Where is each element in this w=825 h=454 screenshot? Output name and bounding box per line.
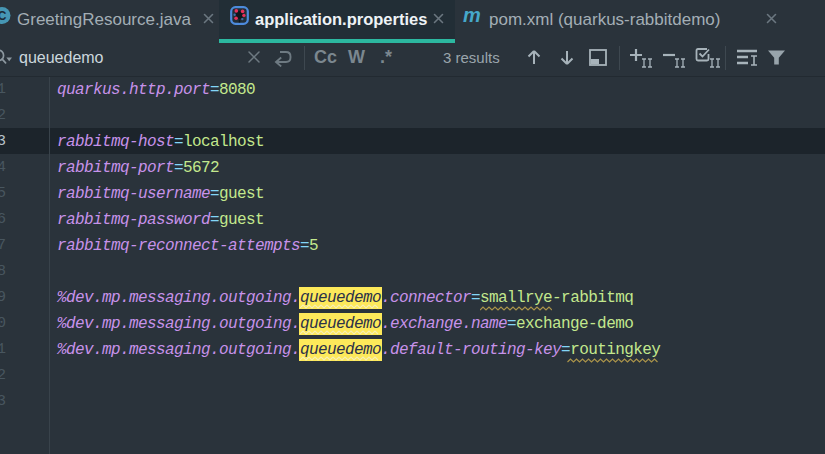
svg-text:C: C: [0, 9, 7, 23]
